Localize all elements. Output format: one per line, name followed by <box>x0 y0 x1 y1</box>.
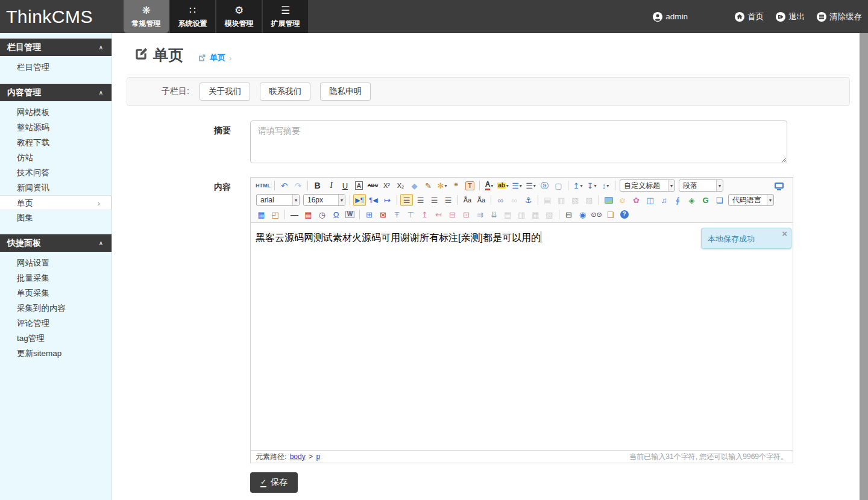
auto-typeset-button[interactable]: ✻▾ <box>436 180 448 192</box>
clear-document-button[interactable]: ▢ <box>552 180 565 192</box>
sidebar-item[interactable]: 网站模板 <box>0 105 112 120</box>
insert-map-button[interactable]: ◈ <box>685 194 698 206</box>
emoji-button[interactable]: ☺ <box>616 194 629 206</box>
preview-button[interactable]: ◉ <box>576 208 589 220</box>
font-family-select[interactable]: arial▾ <box>256 194 300 206</box>
redo-button[interactable]: ↷ <box>292 180 304 192</box>
screen-capture-button[interactable]: ◰ <box>269 208 281 220</box>
sidebar-item[interactable]: 单页› <box>0 195 112 210</box>
paragraph-before-table-button[interactable]: ⊤ <box>404 208 417 220</box>
nav-tab-0[interactable]: ❋常规管理 <box>124 0 169 33</box>
bold-button[interactable]: B <box>311 180 324 192</box>
print-button[interactable]: ⊟ <box>562 208 575 220</box>
paste-plain-text-button[interactable]: T <box>464 180 476 192</box>
nav-tab-3[interactable]: ☰扩展管理 <box>263 0 308 33</box>
remove-format-button[interactable]: ◆ <box>408 180 421 192</box>
to-uppercase-button[interactable]: Ãa <box>461 194 474 206</box>
home-link[interactable]: 首页 <box>735 11 764 22</box>
underline-button[interactable]: U <box>339 180 351 192</box>
paragraph-spacing-top-button[interactable]: ↥▾ <box>571 180 584 192</box>
scrollbar[interactable] <box>860 33 868 500</box>
nav-tab-2[interactable]: ⚙模块管理 <box>216 0 262 33</box>
sidebar-item[interactable]: 批量采集 <box>0 270 112 286</box>
code-language-select[interactable]: 代码语言▾ <box>728 194 774 206</box>
anchor-button[interactable]: ⚓ <box>522 194 535 206</box>
indent-button[interactable]: ↦ <box>381 194 394 206</box>
align-justify-button[interactable]: ☰ <box>442 194 454 206</box>
insert-link-button[interactable]: ∞ <box>494 194 507 206</box>
delete-column-button[interactable]: ⊡ <box>460 208 473 220</box>
insert-image-button[interactable] <box>602 194 615 206</box>
sidebar-item[interactable]: 采集到的内容 <box>0 301 112 316</box>
sidebar-section-header-1[interactable]: 内容管理∧ <box>0 84 112 101</box>
sidebar-item[interactable]: 仿站 <box>0 150 112 165</box>
superscript-button[interactable]: X² <box>380 180 393 192</box>
unordered-list-button[interactable]: ☰▾ <box>524 180 537 192</box>
rtl-direction-button[interactable]: ¶◀ <box>367 194 380 206</box>
font-color-button[interactable]: A▾ <box>483 180 495 192</box>
path-p-link[interactable]: p <box>316 452 320 461</box>
align-right-button[interactable]: ☰ <box>428 194 441 206</box>
custom-title-select[interactable]: 自定义标题▾ <box>620 180 675 192</box>
editor-content[interactable]: 黑客云源码网测试素材火源码可用谢谢所有标注[亲测]都是可以用的 本地保存成功 × <box>251 223 793 450</box>
blockquote-button[interactable]: ❝ <box>450 180 462 192</box>
sidebar-item[interactable]: 技术问答 <box>0 165 112 180</box>
insert-music-button[interactable]: ♫ <box>658 194 670 206</box>
word-image-button[interactable]: W <box>344 208 356 220</box>
fullscreen-button[interactable] <box>773 180 785 192</box>
insert-row-button[interactable]: ↥ <box>418 208 431 220</box>
font-size-select[interactable]: 16px▾ <box>303 194 345 206</box>
toast-close-icon[interactable]: × <box>782 229 787 239</box>
google-map-button[interactable]: G <box>699 194 712 206</box>
sidebar-item[interactable]: 整站源码 <box>0 120 112 135</box>
paragraph-select[interactable]: 段落▾ <box>679 180 723 192</box>
delete-table-button[interactable]: ⊠ <box>377 208 389 220</box>
clear-cache-link[interactable]: 清除缓存 <box>817 11 862 22</box>
auto-link-button[interactable]: ⓐ <box>538 180 551 192</box>
sidebar-item[interactable]: tag管理 <box>0 331 112 346</box>
summary-input[interactable] <box>250 120 787 163</box>
subscript-button[interactable]: X₂ <box>394 180 407 192</box>
special-characters-button[interactable]: Ω <box>330 208 342 220</box>
current-user[interactable]: admin <box>653 12 688 22</box>
sidebar-item[interactable]: 图集 <box>0 210 112 225</box>
background-color-button[interactable]: ab▾ <box>497 180 509 192</box>
sidebar-item[interactable]: 网站设置 <box>0 255 112 270</box>
table-title-row-button[interactable]: Ŧ <box>391 208 403 220</box>
sidebar-section-header-2[interactable]: 快捷面板∧ <box>0 234 112 252</box>
ltr-direction-button[interactable]: ▶¶ <box>353 194 366 206</box>
attachment-button[interactable]: ∮ <box>671 194 684 206</box>
breadcrumb-link[interactable]: 单页 <box>210 52 225 63</box>
insert-table-button[interactable]: ⊞ <box>363 208 376 220</box>
strikethrough-button[interactable]: ABC <box>366 180 379 192</box>
ordered-list-button[interactable]: ☰▾ <box>511 180 523 192</box>
font-border-button[interactable]: A <box>353 180 365 192</box>
sidebar-item[interactable]: 教程下载 <box>0 135 112 150</box>
sidebar-section-header-0[interactable]: 栏目管理∧ <box>0 39 112 56</box>
to-lowercase-button[interactable]: Ãa <box>475 194 488 206</box>
insert-video-button[interactable]: ◫ <box>644 194 656 206</box>
sidebar-item[interactable]: 单页采集 <box>0 286 112 301</box>
subcolumn-button[interactable]: 联系我们 <box>260 83 310 101</box>
paste-from-clipboard-button[interactable]: ❑ <box>604 208 617 220</box>
help-button[interactable]: ? <box>618 208 631 220</box>
sidebar-item[interactable]: 评论管理 <box>0 316 112 331</box>
nav-tab-1[interactable]: ∷系统设置 <box>170 0 215 33</box>
subcolumn-button[interactable]: 关于我们 <box>200 83 250 101</box>
delete-row-button[interactable]: ⊟ <box>446 208 459 220</box>
sidebar-item[interactable]: 栏目管理 <box>0 60 112 75</box>
scrawl-button[interactable]: ✿ <box>630 194 643 206</box>
italic-button[interactable]: I <box>325 180 338 192</box>
undo-button[interactable]: ↶ <box>278 180 291 192</box>
insert-time-button[interactable]: ◷ <box>316 208 329 220</box>
merge-cells-right-button[interactable]: ⇉ <box>474 208 486 220</box>
align-center-button[interactable]: ☰ <box>414 194 427 206</box>
insert-date-button[interactable]: ▤ <box>302 208 315 220</box>
align-left-button[interactable]: ☰ <box>400 194 413 206</box>
insert-iframe-button[interactable]: ❏ <box>713 194 726 206</box>
logout-link[interactable]: 退出 <box>776 11 805 22</box>
sidebar-item[interactable]: 新闻资讯 <box>0 180 112 195</box>
source-code-button[interactable]: HTML <box>255 180 271 192</box>
horizontal-rule-button[interactable]: — <box>288 208 301 220</box>
format-painter-button[interactable]: ✎ <box>422 180 435 192</box>
